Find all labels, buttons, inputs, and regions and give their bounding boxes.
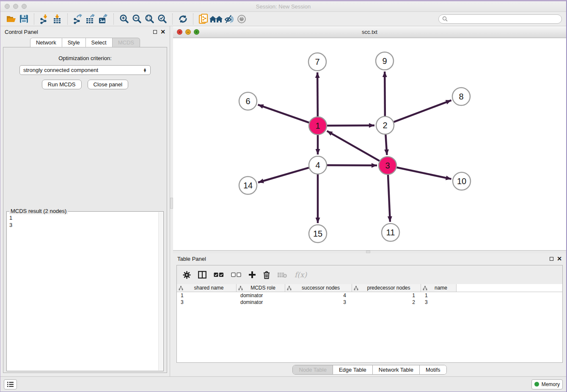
open-file-button[interactable] <box>5 13 17 25</box>
graph-edge-2-9[interactable] <box>385 72 385 116</box>
cell-shared-name[interactable]: 3 <box>177 299 237 305</box>
table-settings-button[interactable] <box>183 271 191 279</box>
zoom-fit-button[interactable] <box>143 13 156 25</box>
column-header-successor-nodes[interactable]: successor nodes <box>285 284 352 292</box>
tab-select[interactable]: Select <box>86 38 113 47</box>
graph-edge-3-10[interactable] <box>397 168 451 179</box>
export-image-button[interactable] <box>97 13 110 25</box>
delete-column-button[interactable] <box>277 272 287 278</box>
delete-row-button[interactable] <box>263 271 270 279</box>
search-input[interactable] <box>450 16 558 22</box>
close-table-panel-button[interactable]: ✕ <box>557 256 562 262</box>
hide-details-button[interactable] <box>223 13 235 25</box>
horizontal-divider[interactable] <box>173 251 566 253</box>
graph-node-9[interactable]: 9 <box>376 52 394 70</box>
refresh-layout-button[interactable] <box>176 13 189 25</box>
import-table-button[interactable] <box>51 13 63 25</box>
function-builder-button[interactable]: f(x) <box>295 271 307 279</box>
cell-predecessor-nodes[interactable]: 2 <box>352 299 421 305</box>
graph-edge-3-11[interactable] <box>388 175 390 222</box>
graph-edge-1-2[interactable] <box>327 125 374 126</box>
tab-network[interactable]: Network <box>30 38 62 47</box>
cell-mcds-role[interactable]: dominator <box>237 293 285 298</box>
save-session-button[interactable] <box>17 13 30 25</box>
divider-grip[interactable] <box>170 198 173 209</box>
home-button[interactable] <box>210 13 223 25</box>
network-minimize-button[interactable]: − <box>185 29 191 35</box>
column-header-mcds-role[interactable]: MCDS role <box>237 284 285 292</box>
table-row[interactable]: 3dominator323 <box>177 299 562 306</box>
panel-divider[interactable] <box>170 26 173 376</box>
network-canvas[interactable]: 7968124314101511 <box>173 38 566 250</box>
tab-mcds[interactable]: MCDS <box>113 38 140 47</box>
tab-node-table[interactable]: Node Table <box>293 365 333 374</box>
graph-node-8[interactable]: 8 <box>452 88 470 105</box>
network-window-titlebar[interactable]: × − + scc.txt <box>173 26 566 38</box>
graph-node-2[interactable]: 2 <box>376 116 394 134</box>
graph-edge-2-3[interactable] <box>385 135 387 155</box>
float-panel-button[interactable] <box>153 30 157 34</box>
close-window-button[interactable] <box>5 4 10 9</box>
zoom-fit-icon <box>145 14 154 24</box>
columns-icon <box>198 271 206 279</box>
column-header-name[interactable]: name <box>421 284 457 292</box>
cell-mcds-role[interactable]: dominator <box>237 299 285 305</box>
tab-network-table[interactable]: Network Table <box>372 365 419 374</box>
graph-node-6[interactable]: 6 <box>239 92 257 110</box>
column-header-shared-name[interactable]: shared name <box>177 284 237 292</box>
graph-node-11[interactable]: 11 <box>382 224 399 241</box>
mcds-result-list[interactable]: 13 <box>7 212 163 231</box>
graph-edge-4-3[interactable] <box>327 165 377 166</box>
tab-style[interactable]: Style <box>62 38 86 47</box>
zoom-out-icon <box>132 14 142 24</box>
memory-button[interactable]: Memory <box>531 379 563 389</box>
zoom-window-button[interactable] <box>22 4 27 9</box>
float-table-panel-button[interactable] <box>550 257 553 261</box>
cell-name[interactable]: 1 <box>421 293 457 298</box>
zoom-selected-button[interactable] <box>156 13 168 25</box>
zoom-in-button[interactable] <box>118 13 130 25</box>
network-from-document-button[interactable] <box>197 13 210 25</box>
zoom-out-button[interactable] <box>130 13 143 25</box>
graph-node-15[interactable]: 15 <box>309 225 327 243</box>
import-network-button[interactable] <box>38 13 51 25</box>
export-network-button[interactable] <box>72 13 84 25</box>
graph-node-14[interactable]: 14 <box>239 177 257 194</box>
run-mcds-button[interactable]: Run MCDS <box>42 80 82 89</box>
graph-edge-3-1[interactable] <box>327 131 380 161</box>
graph-edge-2-8[interactable] <box>394 100 451 122</box>
task-history-button[interactable] <box>4 379 17 389</box>
show-details-button[interactable] <box>235 13 248 25</box>
cell-predecessor-nodes[interactable]: 1 <box>352 293 421 298</box>
graph-node-3[interactable]: 3 <box>379 157 396 174</box>
graph-node-7[interactable]: 7 <box>308 53 326 71</box>
tab-edge-table[interactable]: Edge Table <box>333 365 372 374</box>
network-close-button[interactable]: × <box>177 29 182 35</box>
select-all-button[interactable] <box>214 272 224 277</box>
deselect-all-button[interactable] <box>231 272 241 277</box>
cell-successor-nodes[interactable]: 3 <box>285 299 352 305</box>
horizontal-divider-grip[interactable] <box>366 251 370 253</box>
criterion-select[interactable]: strongly connected component ▲▼ <box>19 65 151 75</box>
network-maximize-button[interactable]: + <box>194 29 199 35</box>
graph-edge-4-14[interactable] <box>258 168 309 182</box>
graph-node-4[interactable]: 4 <box>309 156 327 174</box>
show-columns-button[interactable] <box>198 271 206 279</box>
result-scrollbar[interactable] <box>158 212 163 370</box>
add-column-button[interactable] <box>248 271 256 279</box>
list-icon <box>7 381 14 387</box>
close-panel-button-2[interactable]: Close panel <box>88 80 129 89</box>
tab-motifs[interactable]: Motifs <box>419 365 446 374</box>
column-header-predecessor-nodes[interactable]: predecessor nodes <box>352 284 421 292</box>
graph-node-1[interactable]: 1 <box>309 117 327 135</box>
graph-edge-1-7[interactable] <box>317 72 318 116</box>
close-panel-button[interactable]: ✕ <box>160 29 165 35</box>
export-table-button[interactable] <box>84 13 97 25</box>
cell-shared-name[interactable]: 1 <box>177 293 237 298</box>
cell-successor-nodes[interactable]: 4 <box>285 293 352 298</box>
table-row[interactable]: 1dominator411 <box>177 292 562 299</box>
graph-edge-1-6[interactable] <box>258 105 309 122</box>
graph-node-10[interactable]: 10 <box>453 172 471 190</box>
minimize-window-button[interactable] <box>13 4 18 9</box>
cell-name[interactable]: 3 <box>421 299 457 305</box>
